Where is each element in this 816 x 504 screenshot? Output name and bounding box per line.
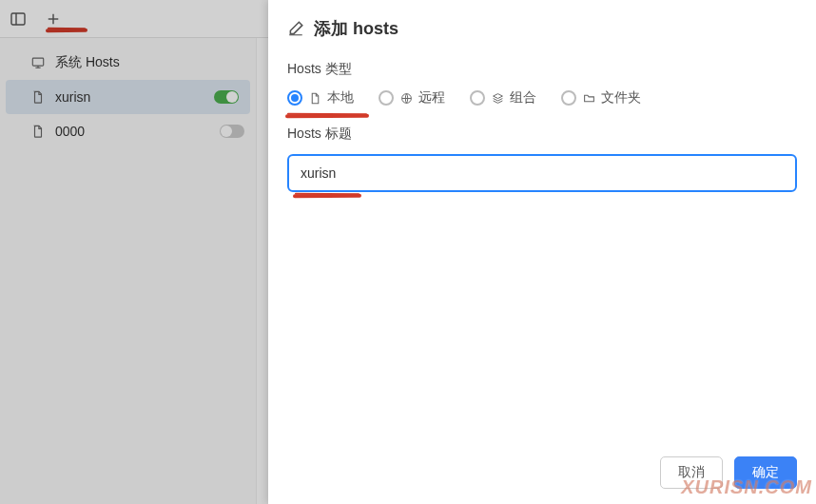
radio-indicator [379,90,394,106]
hosts-title-label: Hosts 标题 [287,126,797,143]
radio-option-local[interactable]: 本地 [287,89,354,107]
add-hosts-panel: 添加 hosts Hosts 类型 本地 远程 [268,0,816,504]
radio-option-folder[interactable]: 文件夹 [561,89,641,107]
radio-indicator [561,90,576,106]
panel-footer: 取消 确定 [287,447,797,489]
panel-title: 添加 hosts [287,17,797,40]
layers-icon [491,91,504,105]
modal-overlay[interactable]: 添加 hosts Hosts 类型 本地 远程 [0,0,816,504]
hosts-title-input[interactable] [287,154,797,192]
edit-icon [287,20,304,37]
file-icon [308,91,321,105]
radio-label: 文件夹 [601,89,641,107]
annotation-underline [285,114,369,119]
radio-option-remote[interactable]: 远程 [379,89,445,107]
radio-indicator [287,90,302,106]
globe-icon [399,91,413,105]
annotation-underline [293,194,361,199]
hosts-type-label: Hosts 类型 [287,61,797,78]
radio-label: 组合 [510,89,536,107]
cancel-button[interactable]: 取消 [660,456,723,489]
panel-title-text: 添加 hosts [314,17,398,40]
radio-label: 本地 [327,89,354,107]
hosts-type-radiogroup: 本地 远程 组合 文件夹 [287,89,797,107]
radio-label: 远程 [418,89,445,107]
panel-spacer [287,192,797,447]
ok-button[interactable]: 确定 [734,456,797,489]
radio-option-combo[interactable]: 组合 [470,89,536,107]
folder-icon [582,91,595,105]
radio-indicator [470,90,485,106]
